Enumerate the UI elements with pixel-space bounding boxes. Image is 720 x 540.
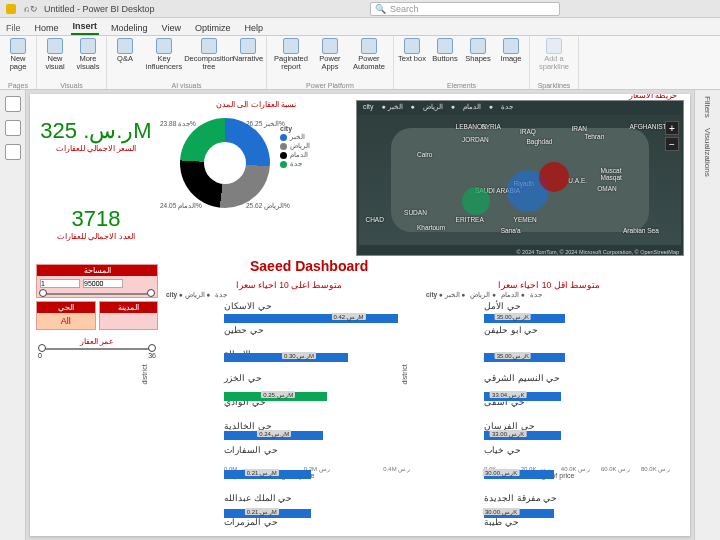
- paginated-report-button[interactable]: Paginated report: [271, 38, 311, 71]
- kpi-total-count-label: العدد الاجمالي للعقارات: [36, 232, 156, 241]
- bar-chart-top10[interactable]: متوسط اعلى 10 احياء سعرا city ● جدة● الر…: [164, 280, 414, 486]
- bc1-legend: city ● جدة● الرياض: [166, 291, 414, 299]
- titlebar: ⎌↻ Untitled - Power BI Desktop 🔍 Search: [0, 0, 720, 18]
- bar-row: ر.س.35.00K: [484, 350, 670, 364]
- bar-chart-bottom10[interactable]: متوسط اقل 10 احياء سعرا city ● جدة● الدم…: [424, 280, 674, 486]
- donut-legend: city الخبر الرياض الدمام جدة: [280, 124, 310, 169]
- bar-row: ر.س.35.00K: [484, 311, 670, 325]
- bar-row: ر.س.0.21M: [224, 467, 410, 481]
- bc1-title: متوسط اعلى 10 احياء سعرا: [164, 280, 414, 290]
- bar-row: ر.س.0.25M: [224, 389, 410, 403]
- window-title: Untitled - Power BI Desktop: [44, 4, 155, 14]
- pane-filters[interactable]: Filters: [703, 96, 712, 118]
- group-spark-label: Sparklines: [530, 82, 578, 89]
- report-view-icon[interactable]: [5, 96, 21, 112]
- right-rail: Filters Visualizations: [694, 90, 720, 540]
- shapes-button[interactable]: Shapes: [464, 38, 492, 63]
- search-placeholder: Search: [390, 4, 419, 14]
- slicer-neighborhood[interactable]: الحي All: [36, 301, 96, 330]
- group-pages-label: Pages: [0, 82, 36, 89]
- kpi-total-count[interactable]: 3718 العدد الاجمالي للعقارات: [36, 206, 156, 241]
- slicer-city[interactable]: المدينة: [99, 301, 159, 330]
- power-automate-button[interactable]: Power Automate: [349, 38, 389, 71]
- bar-row: ر.س.33.04K: [484, 389, 670, 403]
- donut-label-3: جدة 23.88%: [160, 120, 196, 128]
- bar-row: ر.س.0.21M: [224, 506, 410, 520]
- bar-row: ر.س.30.00K: [484, 467, 670, 481]
- search-icon: 🔍: [375, 4, 386, 14]
- data-view-icon[interactable]: [5, 120, 21, 136]
- bc2-legend: city ● جدة● الدمام● الرياض● الخبر: [426, 291, 674, 299]
- report-canvas[interactable]: ر.س. 325M السعر الاجمالي للعقارات 3718 ا…: [30, 94, 690, 536]
- group-visuals-label: Visuals: [37, 82, 106, 89]
- tab-home[interactable]: Home: [33, 21, 61, 35]
- narrative-button[interactable]: Narrative: [234, 38, 262, 63]
- map-legend: city ● جدة ● الدمام ● الرياض ● الخبر: [363, 103, 525, 111]
- kpi-total-count-value: 3718: [36, 206, 156, 232]
- model-view-icon[interactable]: [5, 144, 21, 160]
- bubble-jeddah: [462, 187, 490, 215]
- image-button[interactable]: Image: [497, 38, 525, 63]
- age-slider-min[interactable]: [38, 344, 46, 352]
- area-slider-min[interactable]: [39, 289, 47, 297]
- age-slider-max[interactable]: [148, 344, 156, 352]
- dashboard-title: Saeed Dashboard: [250, 258, 368, 274]
- tab-view[interactable]: View: [160, 21, 183, 35]
- app-icon: [6, 4, 16, 14]
- slicer-area-label: المساحة: [37, 265, 157, 276]
- slicer-age[interactable]: عمر العقار 036: [36, 337, 158, 359]
- key-influencers-button[interactable]: Key influencers: [144, 38, 184, 71]
- ribbon-tabs: File Home Insert Modeling View Optimize …: [0, 18, 720, 36]
- decomposition-tree-button[interactable]: Decomposition tree: [189, 38, 229, 71]
- search-input[interactable]: 🔍 Search: [370, 2, 560, 16]
- kpi-total-price-value: ر.س. 325M: [36, 118, 156, 144]
- slicer-age-label: عمر العقار: [36, 337, 158, 346]
- tab-help[interactable]: Help: [242, 21, 265, 35]
- area-max-input[interactable]: [83, 279, 123, 288]
- group-elements-label: Elements: [394, 82, 529, 89]
- new-page-button[interactable]: New page: [4, 38, 32, 71]
- power-apps-button[interactable]: Power Apps: [316, 38, 344, 71]
- slicer-panel: المساحة الحي All المدينة عمر العقار: [36, 264, 158, 359]
- kpi-total-price-label: السعر الاجمالي للعقارات: [36, 144, 156, 153]
- bc2-title: متوسط اقل 10 احياء سعرا: [424, 280, 674, 290]
- kpi-total-price[interactable]: ر.س. 325M السعر الاجمالي للعقارات: [36, 118, 156, 153]
- map-zoom-in[interactable]: +: [665, 121, 679, 135]
- tab-modeling[interactable]: Modeling: [109, 21, 150, 35]
- qa-button[interactable]: Q&A: [111, 38, 139, 63]
- area-min-input[interactable]: [40, 279, 80, 288]
- group-ai-label: AI visuals: [107, 82, 266, 89]
- bar-row: ر.س.0.42M: [224, 311, 410, 325]
- pane-visualizations[interactable]: Visualizations: [703, 128, 712, 177]
- map-visual[interactable]: خريطة الاسعار city ● جدة ● الدمام ● الري…: [356, 100, 684, 256]
- bar-row: ر.س.0.30M: [224, 350, 410, 364]
- donut-chart[interactable]: نسبة العقارات الى المدن الخبر 26.25% الر…: [160, 100, 352, 230]
- donut-ring: [180, 118, 270, 208]
- left-rail: [0, 90, 26, 540]
- bubble-dammam: [539, 162, 569, 192]
- map-credit: © 2024 TomTom, © 2024 Microsoft Corporat…: [517, 249, 679, 255]
- buttons-button[interactable]: Buttons: [431, 38, 459, 63]
- donut-label-2: الدمام 24.05%: [160, 202, 202, 210]
- map-title: خريطة الاسعار: [629, 94, 677, 100]
- add-sparkline-button: Add a sparkline: [534, 38, 574, 71]
- new-visual-button[interactable]: New visual: [41, 38, 69, 71]
- more-visuals-button[interactable]: More visuals: [74, 38, 102, 71]
- slicer-area[interactable]: المساحة: [36, 264, 158, 298]
- donut-title: نسبة العقارات الى المدن: [160, 100, 352, 109]
- bar-row: ر.س.30.00K: [484, 506, 670, 520]
- donut-label-1: الرياض 25.62%: [246, 202, 290, 210]
- tab-file[interactable]: File: [4, 21, 23, 35]
- bar-row: ر.س.33.00K: [484, 428, 670, 442]
- slicer-hood-label: الحي: [37, 302, 95, 313]
- text-box-button[interactable]: Text box: [398, 38, 426, 63]
- map-zoom-out[interactable]: −: [665, 137, 679, 151]
- map-body[interactable]: SYRIA IRAQ IRAN Baghdad Tehran AFGHANIST…: [359, 115, 681, 245]
- ribbon: New page Pages New visual More visuals V…: [0, 36, 720, 90]
- tab-optimize[interactable]: Optimize: [193, 21, 233, 35]
- bar-row: ر.س.0.24M: [224, 428, 410, 442]
- qat: ⎌↻: [22, 4, 38, 14]
- area-slider-max[interactable]: [147, 289, 155, 297]
- slicer-city-label: المدينة: [100, 302, 158, 313]
- tab-insert[interactable]: Insert: [71, 19, 100, 35]
